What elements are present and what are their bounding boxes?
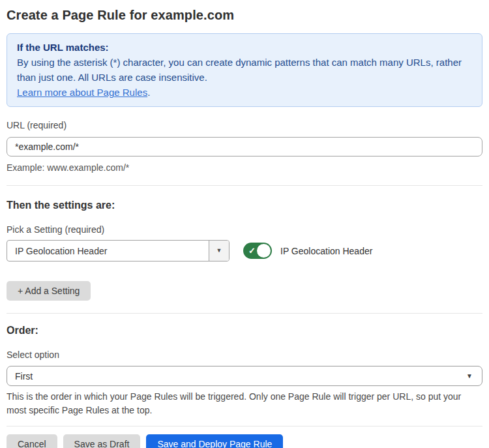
add-setting-button[interactable]: + Add a Setting (7, 281, 91, 301)
setting-select-arrow-button[interactable]: ▼ (209, 241, 229, 261)
url-match-info-box: If the URL matches: By using the asteris… (7, 33, 482, 107)
create-page-rule-panel: Create a Page Rule for example.com If th… (0, 0, 489, 448)
select-option-label: Select option (7, 350, 482, 360)
info-box-body: By using the asterisk (*) character, you… (17, 55, 472, 85)
setting-select-value: IP Geolocation Header (7, 246, 209, 256)
ip-geolocation-toggle[interactable]: ✓ (243, 243, 272, 259)
link-period: . (147, 87, 150, 98)
learn-more-link[interactable]: Learn more about Page Rules (17, 87, 147, 98)
pick-setting-label: Pick a Setting (required) (7, 225, 482, 235)
url-label: URL (required) (7, 121, 482, 130)
toggle-label: IP Geolocation Header (280, 246, 372, 256)
save-deploy-button[interactable]: Save and Deploy Page Rule (146, 434, 283, 448)
setting-row: IP Geolocation Header ▼ ✓ IP Geolocation… (7, 240, 482, 261)
cancel-button[interactable]: Cancel (7, 434, 57, 448)
chevron-down-icon: ▼ (466, 373, 473, 380)
info-box-heading: If the URL matches: (17, 40, 472, 55)
chevron-down-icon: ▼ (216, 248, 222, 254)
save-draft-button[interactable]: Save as Draft (63, 434, 141, 448)
order-select[interactable]: First ▼ (7, 366, 482, 386)
divider (7, 426, 482, 426)
page-title: Create a Page Rule for example.com (7, 8, 482, 22)
url-example-text: Example: www.example.com/* (7, 161, 482, 175)
divider (7, 313, 482, 314)
check-icon: ✓ (248, 246, 256, 256)
info-box-link-line: Learn more about Page Rules. (17, 85, 472, 100)
footer-actions: Cancel Save as Draft Save and Deploy Pag… (7, 434, 482, 448)
order-section-heading: Order: (7, 325, 482, 336)
divider (7, 185, 482, 186)
order-select-value: First (15, 371, 33, 381)
toggle-knob (257, 244, 271, 258)
setting-select[interactable]: IP Geolocation Header ▼ (7, 240, 230, 261)
settings-section-heading: Then the settings are: (7, 200, 482, 211)
order-help-text: This is the order in which your Page Rul… (7, 390, 482, 417)
url-input[interactable] (7, 137, 482, 157)
